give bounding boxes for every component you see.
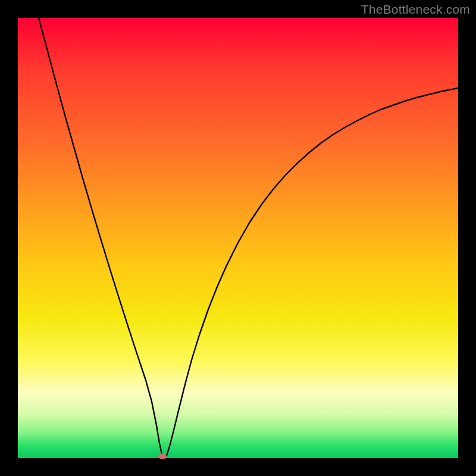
chart-container: TheBottleneck.com — [0, 0, 476, 476]
plot-area — [18, 18, 458, 458]
watermark-label: TheBottleneck.com — [361, 2, 470, 17]
optimum-marker — [158, 453, 167, 459]
